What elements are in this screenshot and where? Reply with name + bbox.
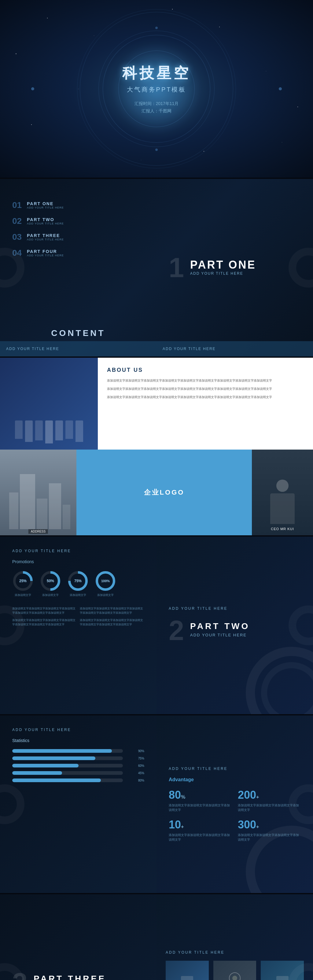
bar-label-2: 75% xyxy=(126,757,144,760)
donut-100-label: 添加说明文字 xyxy=(97,593,114,597)
address-label: ADDRESS xyxy=(28,529,48,534)
idea-item: Idea 人物介绍人物介绍人物介绍人物介绍人物介绍人物介绍 xyxy=(213,961,256,980)
svg-text:75%: 75% xyxy=(74,579,82,583)
part-one-text: PART ONE ADD YOUR TITLE HERE xyxy=(190,254,256,275)
slide-content-overview: 01 PART ONE ADD YOUR TITLE HERE 02 PART … xyxy=(0,179,313,356)
bar-2: 75% xyxy=(12,756,144,760)
idea-photo xyxy=(213,961,256,980)
add-title-right-text: ADD YOUR TITLE HERE xyxy=(163,347,216,351)
slide-promotions: ADD YOUR TITLE HERE Promotions 25% 添加说明文… xyxy=(0,536,313,714)
bar-5: 80% xyxy=(12,778,144,782)
svg-text:100%: 100% xyxy=(101,579,110,583)
about-us-title: ABOUT US xyxy=(107,367,304,373)
bar-track-3 xyxy=(12,764,123,767)
title-content: 科技星空 大气商务PPT模板 汇报时间：2017年11月 汇报人：千图网 xyxy=(122,64,191,115)
part-02-title: ADD YOUR TITLE HERE xyxy=(27,222,64,225)
adv-unit-2: + xyxy=(256,794,259,800)
about-text-2: 添加说明文字添加说明文字添加说明文字添加说明文字添加说明文字添加说明文字添加说明… xyxy=(107,386,304,391)
stats-add-title: ADD YOUR TITLE HERE xyxy=(12,728,144,732)
meta-date: 汇报时间：2017年11月 xyxy=(122,100,191,107)
bar-track-1 xyxy=(12,749,123,753)
part-03-code: PART THREE xyxy=(27,233,64,238)
add-title-bar-right: ADD YOUR TITLE HERE xyxy=(156,341,313,356)
about-bottom-row: ADDRESS 企业LOGO CEO MR KUI xyxy=(0,450,313,535)
donut-25-label: 添加说明文字 xyxy=(15,593,31,597)
bar-track-4 xyxy=(12,771,123,775)
bar-track-2 xyxy=(12,756,123,760)
part-item-03: 03 PART THREE ADD YOUR TITLE HERE xyxy=(12,232,144,242)
part-02-number: 02 xyxy=(12,216,24,226)
content-right-panel: 1 PART ONE ADD YOUR TITLE HERE xyxy=(156,179,313,356)
part-three-panel: 3 PART THREE ADD YOUR TITLE HERE xyxy=(0,894,156,980)
donut-50-label: 添加说明文字 xyxy=(42,593,58,597)
part-01-code: PART ONE xyxy=(27,201,64,206)
building-photo: ADDRESS xyxy=(0,450,76,535)
part-three-text: PART THREE ADD YOUR TITLE HERE xyxy=(34,969,106,980)
part-03-number: 03 xyxy=(12,232,24,242)
profession-photo xyxy=(166,961,209,980)
part-two-sub: ADD YOUR TITLE HERE xyxy=(190,633,250,637)
profession-panel: ADD YOUR TITLE HERE Profession 人物介绍人物介绍人… xyxy=(156,894,313,980)
part-01-info: PART ONE ADD YOUR TITLE HERE xyxy=(27,201,64,209)
part-two-label: PART TWO xyxy=(190,621,250,631)
adv-add-title: ADD YOUR TITLE HERE xyxy=(169,767,301,771)
bar-1: 90% xyxy=(12,749,144,753)
part-three-label: PART THREE xyxy=(34,974,106,980)
bar-fill-2 xyxy=(12,756,95,760)
parts-list: 01 PART ONE ADD YOUR TITLE HERE 02 PART … xyxy=(12,200,144,264)
adv-item-1: 80% 添加说明文字添加说明文字添加说明文字添加说明文字 xyxy=(169,789,232,812)
left-circle-decor-4 xyxy=(0,963,24,980)
content-left-panel: 01 PART ONE ADD YOUR TITLE HERE 02 PART … xyxy=(0,179,156,356)
advantage-panel: ADD YOUR TITLE HERE Advantage 80% 添加说明文字… xyxy=(156,715,313,893)
left-circle-decor-3 xyxy=(0,784,24,824)
part-04-code: PART FOUR xyxy=(27,249,64,254)
slide-statistics: ADD YOUR TITLE HERE Statistics 90% 75% 6… xyxy=(0,715,313,893)
about-text-panel: ABOUT US 添加说明文字添加说明文字添加说明文字添加说明文字添加说明文字添… xyxy=(98,358,313,450)
big-number-two: 2 xyxy=(169,617,184,644)
donut-chart-25: 25% xyxy=(12,570,34,592)
part-03-info: PART THREE ADD YOUR TITLE HERE xyxy=(27,233,64,241)
slide-part-three: 3 PART THREE ADD YOUR TITLE HERE ADD YOU… xyxy=(0,894,313,980)
bar-label-4: 45% xyxy=(126,772,144,775)
part-one-sub-label: ADD YOUR TITLE HERE xyxy=(190,271,256,275)
svg-text:25%: 25% xyxy=(19,579,27,583)
bar-track-5 xyxy=(12,778,123,782)
bar-3: 60% xyxy=(12,764,144,767)
part-item-02: 02 PART TWO ADD YOUR TITLE HERE xyxy=(12,216,144,226)
company-logo-panel: 企业LOGO xyxy=(76,450,252,535)
bar-fill-5 xyxy=(12,778,101,782)
promo-text-2: 添加说明文字添加说明文字添加说明文字添加说明文字添加说明文字添加说明文字添加说明… xyxy=(80,606,144,615)
donut-75-label: 添加说明文字 xyxy=(70,593,86,597)
donut-100: 100% 添加说明文字 xyxy=(95,570,116,597)
part-03-title: ADD YOUR TITLE HERE xyxy=(27,238,64,241)
promo-add-title: ADD YOUR TITLE HERE xyxy=(12,549,144,553)
adv-number-3: 10+ xyxy=(169,818,232,831)
subtitle: 大气商务PPT模板 xyxy=(122,86,191,94)
person-silhouette xyxy=(270,480,295,524)
part-item-04: 04 PART FOUR ADD YOUR TITLE HERE xyxy=(12,248,144,258)
geo-label: CEO MR KUI xyxy=(271,527,294,531)
dot-left xyxy=(31,87,34,90)
slide-title: 科技星空 大气商务PPT模板 汇报时间：2017年11月 汇报人：千图网 xyxy=(0,0,313,178)
part-02-info: PART TWO ADD YOUR TITLE HERE xyxy=(27,217,64,225)
building-silhouette xyxy=(9,474,70,529)
donut-chart-75: 75% xyxy=(67,570,89,592)
svg-text:50%: 50% xyxy=(47,579,54,583)
statistics-panel: ADD YOUR TITLE HERE Statistics 90% 75% 6… xyxy=(0,715,156,893)
part-04-title: ADD YOUR TITLE HERE xyxy=(27,254,64,257)
profession-item: Profession 人物介绍人物介绍人物介绍人物介绍人物介绍人物介绍 xyxy=(166,961,209,980)
donut-row: 25% 添加说明文字 50% 添加说明文字 75% xyxy=(12,570,144,597)
add-title-bar-left: ADD YOUR TITLE HERE xyxy=(0,341,156,356)
part-three-display: 3 PART THREE ADD YOUR TITLE HERE xyxy=(12,969,144,980)
donut-50: 50% 添加说明文字 xyxy=(40,570,61,597)
bar-4: 45% xyxy=(12,771,144,775)
lightbulb-icon xyxy=(227,971,242,980)
part-two-display: 2 PART TWO ADD YOUR TITLE HERE xyxy=(169,617,301,644)
content-label: CONTENT xyxy=(12,328,144,338)
bar-label-1: 90% xyxy=(126,749,144,753)
part-02-code: PART TWO xyxy=(27,217,64,222)
bar-chart: 90% 75% 60% 45% xyxy=(12,749,144,782)
big-number-one: 1 xyxy=(169,254,184,282)
adv-unit-4: + xyxy=(256,824,259,829)
team-photo xyxy=(0,358,98,450)
